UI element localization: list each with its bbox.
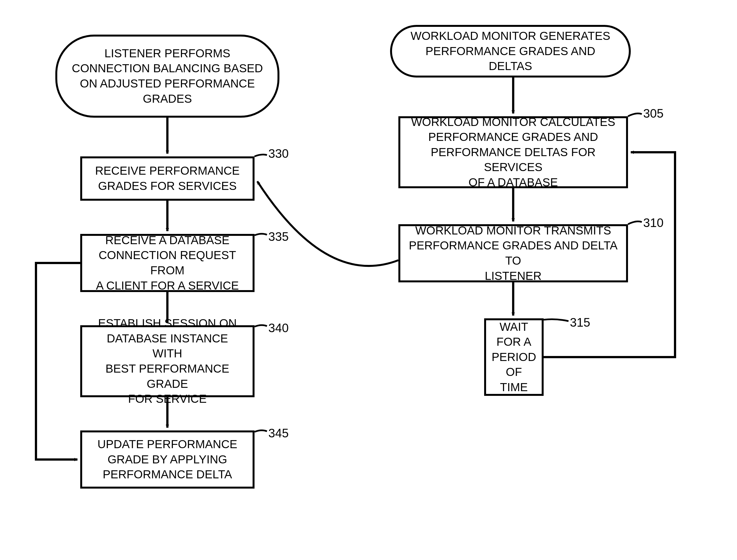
box-330-text: RECEIVE PERFORMANCE GRADES FOR SERVICES [95, 163, 240, 193]
label-305: 305 [643, 107, 663, 120]
box-315: WAIT FOR A PERIOD OF TIME [484, 318, 544, 396]
box-345-text: UPDATE PERFORMANCE GRADE BY APPLYING PER… [97, 437, 237, 482]
label-315: 315 [570, 316, 590, 329]
box-310-text: WORKLOAD MONITOR TRANSMITS PERFORMANCE G… [408, 223, 618, 283]
label-330: 330 [268, 147, 289, 161]
box-335: RECEIVE A DATABASE CONNECTION REQUEST FR… [80, 234, 255, 292]
box-340-text: ESTABLISH SESSION ON DATABASE INSTANCE W… [91, 316, 244, 407]
terminator-workload: WORKLOAD MONITOR GENERATES PERFORMANCE G… [390, 25, 631, 78]
label-345: 345 [268, 426, 289, 440]
box-310: WORKLOAD MONITOR TRANSMITS PERFORMANCE G… [398, 224, 628, 282]
box-345: UPDATE PERFORMANCE GRADE BY APPLYING PER… [80, 430, 255, 489]
terminator-listener: LISTENER PERFORMS CONNECTION BALANCING B… [55, 35, 280, 118]
box-335-text: RECEIVE A DATABASE CONNECTION REQUEST FR… [91, 233, 244, 293]
terminator-workload-text: WORKLOAD MONITOR GENERATES PERFORMANCE G… [406, 29, 615, 74]
label-335: 335 [268, 230, 289, 244]
label-340: 340 [268, 321, 289, 335]
box-330: RECEIVE PERFORMANCE GRADES FOR SERVICES [80, 156, 255, 201]
box-315-text: WAIT FOR A PERIOD OF TIME [491, 319, 536, 395]
box-305: WORKLOAD MONITOR CALCULATES PERFORMANCE … [398, 116, 628, 188]
box-340: ESTABLISH SESSION ON DATABASE INSTANCE W… [80, 325, 255, 397]
label-310: 310 [643, 216, 663, 230]
box-305-text: WORKLOAD MONITOR CALCULATES PERFORMANCE … [408, 115, 618, 190]
terminator-listener-text: LISTENER PERFORMS CONNECTION BALANCING B… [72, 46, 263, 106]
